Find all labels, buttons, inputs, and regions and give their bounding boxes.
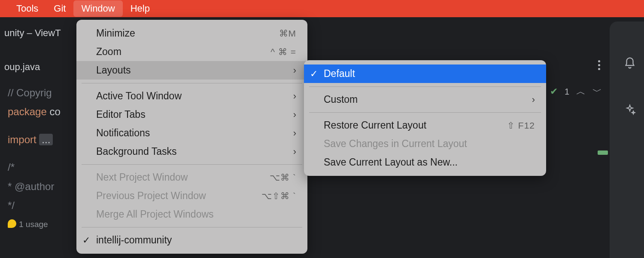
checkmark-icon: ✓: [82, 235, 90, 246]
menu-tools[interactable]: Tools: [9, 0, 46, 17]
more-icon[interactable]: [598, 60, 600, 70]
menu-separator: [309, 86, 541, 87]
layouts-submenu: ✓ Default Custom › Restore Current Layou…: [304, 60, 546, 176]
code-line: // Copyrig: [8, 87, 52, 98]
menu-merge-all-windows: Merge All Project Windows: [76, 205, 307, 224]
chevron-right-icon: ›: [532, 94, 535, 105]
layout-restore-current[interactable]: Restore Current Layout ⇧ F12: [304, 116, 546, 135]
menubar: Tools Git Window Help: [0, 0, 644, 17]
menu-prev-project-window: Previous Project Window ⌥⇧⌘ `: [76, 187, 307, 205]
menu-separator: [309, 112, 541, 113]
menu-editor-tabs[interactable]: Editor Tabs ›: [76, 105, 307, 124]
layout-save-changes: Save Changes in Current Layout: [304, 135, 546, 153]
ai-sparkle-icon[interactable]: [624, 104, 636, 116]
chevron-right-icon: ›: [293, 109, 296, 120]
chevron-right-icon: ›: [293, 146, 296, 157]
menu-next-project-window: Next Project Window ⌥⌘ `: [76, 168, 307, 187]
menu-zoom[interactable]: Zoom ^ ⌘ =: [76, 43, 307, 61]
menu-help[interactable]: Help: [123, 0, 158, 17]
bell-icon[interactable]: [623, 57, 636, 70]
code-keyword: package: [8, 106, 47, 117]
menu-minimize[interactable]: Minimize ⌘M: [76, 24, 307, 43]
tab-filename[interactable]: oup.java: [4, 61, 40, 73]
menu-notifications[interactable]: Notifications ›: [76, 124, 307, 142]
menu-layouts[interactable]: Layouts ›: [76, 61, 307, 80]
shortcut-label: ⌥⇧⌘ `: [261, 191, 296, 201]
chevron-right-icon: ›: [293, 91, 296, 102]
shortcut-label: ^ ⌘ =: [270, 47, 296, 57]
menu-window[interactable]: Window: [73, 0, 122, 17]
menu-git[interactable]: Git: [46, 0, 73, 17]
layout-custom[interactable]: Custom ›: [304, 90, 546, 109]
window-title-fragment: unity – ViewT: [0, 25, 65, 41]
chevron-right-icon: ›: [293, 128, 296, 139]
menu-separator: [82, 227, 302, 227]
menu-separator: [82, 164, 302, 165]
lightbulb-icon[interactable]: [8, 219, 16, 228]
fold-indicator[interactable]: ...: [39, 134, 53, 145]
menu-project-intellij-community[interactable]: ✓ intellij-community: [76, 231, 307, 249]
shortcut-label: ⌘M: [279, 28, 297, 39]
layout-default[interactable]: ✓ Default: [304, 64, 546, 83]
chevron-right-icon: ›: [293, 65, 296, 76]
shortcut-label: ⇧ F12: [507, 120, 535, 131]
menu-active-tool-window[interactable]: Active Tool Window ›: [76, 87, 307, 105]
menu-background-tasks[interactable]: Background Tasks ›: [76, 142, 307, 161]
code-text: co: [47, 106, 61, 117]
shortcut-label: ⌥⌘ `: [270, 172, 296, 183]
checkmark-icon: ✓: [310, 68, 318, 80]
layout-save-as-new[interactable]: Save Current Layout as New...: [304, 153, 546, 172]
window-menu-dropdown: Minimize ⌘M Zoom ^ ⌘ = Layouts › Active …: [76, 20, 307, 254]
menu-separator: [82, 83, 302, 83]
code-keyword: import: [8, 134, 36, 145]
